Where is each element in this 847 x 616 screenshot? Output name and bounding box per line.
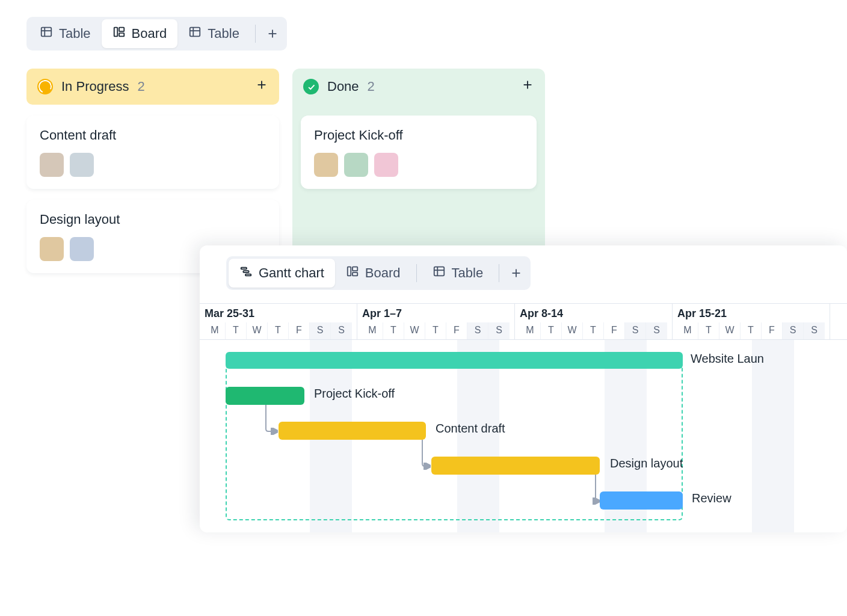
week-label: Apr 8-14 — [520, 307, 667, 322]
column-header-in-progress[interactable]: In Progress 2 — [26, 69, 279, 105]
day-cell: W — [562, 322, 583, 339]
day-cell: T — [583, 322, 604, 339]
svg-rect-20 — [353, 273, 357, 276]
week-column: Apr 1–7MTWTFSS — [357, 304, 515, 339]
day-cell: T — [425, 322, 446, 339]
week-label: Apr 1–7 — [362, 307, 510, 322]
day-cell: T — [268, 322, 289, 339]
day-cell: T — [541, 322, 562, 339]
add-view-button[interactable] — [504, 261, 528, 285]
tab-table-2[interactable]: Table — [177, 19, 250, 48]
day-cell: M — [205, 322, 226, 339]
board-area: In Progress 2 Content draft Design layou… — [26, 69, 545, 273]
day-cell: W — [247, 322, 268, 339]
day-cell: T — [698, 322, 719, 339]
tab-gantt[interactable]: Gantt chart — [229, 259, 335, 288]
avatar[interactable] — [40, 237, 64, 261]
day-cell: S — [646, 322, 667, 339]
gantt-chart-area[interactable]: Website Laun Project Kick-off Content dr… — [200, 340, 847, 532]
tab-label: Table — [208, 26, 239, 42]
card-content-draft[interactable]: Content draft — [26, 116, 279, 189]
add-card-button[interactable] — [255, 78, 268, 95]
card-project-kickoff[interactable]: Project Kick-off — [301, 116, 537, 189]
svg-rect-19 — [353, 267, 357, 271]
avatar-group — [314, 153, 523, 177]
tab-table[interactable]: Table — [422, 259, 494, 288]
svg-rect-21 — [434, 267, 444, 276]
week-label: Apr 15-21 — [677, 307, 825, 322]
day-cell: S — [331, 322, 352, 339]
column-count: 2 — [368, 79, 375, 94]
day-cell: M — [677, 322, 698, 339]
avatar[interactable] — [70, 153, 94, 177]
top-tabbar: Table Board Table — [26, 17, 287, 51]
tab-separator — [255, 25, 256, 43]
avatar[interactable] — [374, 153, 398, 177]
progress-icon — [37, 79, 53, 94]
svg-rect-16 — [243, 271, 248, 273]
svg-rect-4 — [119, 28, 124, 31]
card-title: Content draft — [40, 128, 266, 143]
gantt-tabbar: Gantt chart Board Table — [226, 256, 531, 290]
tab-board[interactable]: Board — [335, 259, 411, 288]
week-column: Mar 25-31MTWTFSS — [200, 304, 357, 339]
avatar[interactable] — [344, 153, 368, 177]
day-cell: W — [404, 322, 425, 339]
day-cell: M — [362, 322, 383, 339]
board-icon — [346, 265, 359, 282]
day-cell: F — [289, 322, 310, 339]
day-cell: S — [625, 322, 646, 339]
svg-rect-5 — [119, 33, 124, 37]
tab-label: Table — [59, 26, 91, 42]
table-icon — [188, 25, 202, 42]
table-icon — [40, 25, 53, 42]
svg-rect-6 — [190, 28, 200, 37]
day-cell: T — [226, 322, 247, 339]
dependency-arrows — [200, 340, 847, 532]
board-icon — [112, 25, 126, 42]
column-title: In Progress — [61, 79, 129, 94]
week-label: Mar 25-31 — [205, 307, 352, 322]
avatar[interactable] — [40, 153, 64, 177]
avatar[interactable] — [70, 237, 94, 261]
column-in-progress: In Progress 2 Content draft Design layou… — [26, 69, 279, 273]
column-title: Done — [327, 79, 359, 94]
column-header-done[interactable]: Done 2 — [292, 69, 545, 105]
tab-board[interactable]: Board — [102, 19, 178, 48]
day-cell: S — [488, 322, 510, 339]
gantt-panel: Gantt chart Board Table Mar 25-31MTWTFSS… — [200, 245, 847, 532]
tab-table-1[interactable]: Table — [29, 19, 102, 48]
svg-rect-18 — [348, 267, 351, 276]
day-cell: M — [520, 322, 541, 339]
tab-label: Board — [365, 265, 401, 281]
avatar-group — [40, 153, 266, 177]
svg-rect-17 — [245, 274, 251, 276]
day-cell: S — [310, 322, 331, 339]
gantt-icon — [239, 265, 253, 282]
day-cell: S — [783, 322, 804, 339]
add-view-button[interactable] — [260, 22, 285, 46]
avatar[interactable] — [314, 153, 338, 177]
svg-rect-15 — [241, 268, 247, 270]
tab-label: Table — [452, 265, 484, 281]
day-cell: F — [762, 322, 783, 339]
svg-rect-0 — [42, 28, 52, 37]
day-cell: S — [804, 322, 825, 339]
add-card-button[interactable] — [521, 78, 534, 95]
svg-rect-3 — [114, 28, 117, 37]
tab-label: Board — [132, 26, 167, 42]
tab-separator — [499, 264, 499, 282]
day-cell: F — [446, 322, 467, 339]
card-title: Design layout — [40, 212, 266, 227]
timeline-header: Mar 25-31MTWTFSSApr 1–7MTWTFSSApr 8-14MT… — [200, 303, 847, 340]
day-cell: T — [383, 322, 404, 339]
day-cell: F — [604, 322, 625, 339]
column-done: Done 2 Project Kick-off — [292, 69, 545, 273]
check-icon — [303, 79, 319, 94]
tab-separator — [416, 264, 417, 282]
week-column: Apr 15-21MTWTFSS — [673, 304, 830, 339]
day-cell: W — [719, 322, 741, 339]
week-column: Apr 8-14MTWTFSS — [515, 304, 673, 339]
card-title: Project Kick-off — [314, 128, 523, 143]
day-cell: S — [467, 322, 488, 339]
